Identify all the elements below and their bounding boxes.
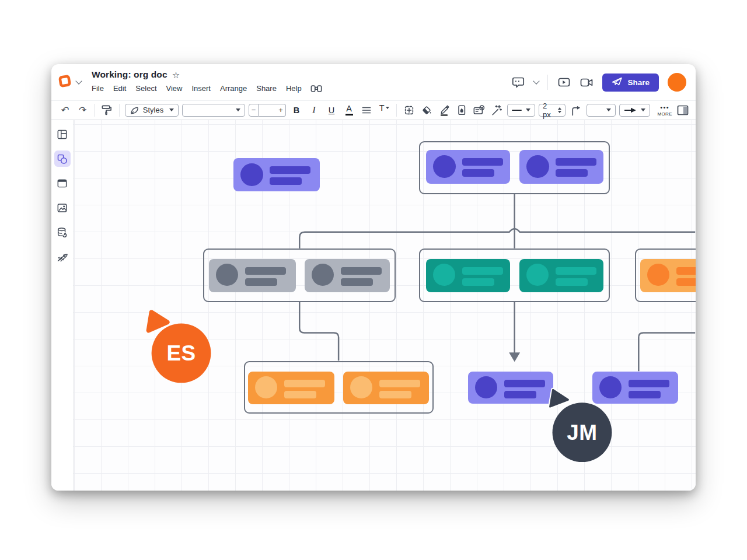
- sidebar-item-frames[interactable]: [54, 175, 71, 191]
- menu-edit[interactable]: Edit: [109, 83, 130, 93]
- solid-line-icon: [512, 110, 522, 111]
- toolbar-divider: [94, 104, 95, 117]
- avatar-placeholder: [647, 264, 669, 286]
- text-color-swatch: [345, 114, 353, 116]
- org-node[interactable]: [426, 150, 510, 184]
- text-align-button[interactable]: [359, 103, 374, 117]
- caret-down-icon: [641, 108, 645, 114]
- text-placeholder: [676, 278, 696, 286]
- org-node[interactable]: [209, 259, 296, 292]
- search-binoculars-icon[interactable]: [309, 81, 323, 95]
- avatar-placeholder: [255, 376, 277, 398]
- chevron-down-icon: [75, 78, 82, 84]
- canvas-grid[interactable]: ES JM: [74, 120, 696, 491]
- line-color-button[interactable]: [437, 103, 451, 117]
- paint-bucket-icon: [421, 104, 432, 116]
- org-node[interactable]: [640, 259, 696, 292]
- video-camera-icon[interactable]: [580, 75, 594, 89]
- font-size-value[interactable]: [259, 104, 276, 117]
- user-avatar[interactable]: [668, 73, 686, 92]
- underline-button[interactable]: U: [324, 103, 338, 117]
- toolbar-divider: [396, 104, 397, 117]
- left-sidebar: [51, 120, 74, 491]
- toolbar-divider: [119, 104, 120, 117]
- caret-down-icon: [606, 108, 611, 114]
- line-style-dropdown[interactable]: [507, 104, 535, 117]
- present-slideshow-icon[interactable]: [557, 75, 571, 89]
- org-node[interactable]: [343, 372, 429, 404]
- page-droplet-icon: [456, 104, 467, 116]
- org-node[interactable]: [519, 259, 603, 292]
- menu-view[interactable]: View: [162, 83, 187, 93]
- pencil-line-color-icon: [438, 104, 450, 116]
- header-actions: Share: [511, 73, 686, 92]
- text-color-button[interactable]: A: [342, 103, 356, 117]
- annotate-button[interactable]: [472, 103, 486, 117]
- app-body: ES JM: [51, 120, 696, 491]
- format-painter-button[interactable]: [100, 103, 114, 117]
- avatar-placeholder: [350, 376, 372, 398]
- line-end-dropdown[interactable]: [619, 104, 650, 117]
- sidebar-item-layout[interactable]: [54, 126, 71, 142]
- avatar-placeholder: [433, 264, 455, 286]
- fill-color-button[interactable]: [420, 103, 434, 117]
- ellipsis-icon: [660, 103, 669, 111]
- text-placeholder: [245, 267, 286, 275]
- menu-share[interactable]: Share: [252, 83, 281, 93]
- org-node-bottom-right[interactable]: [592, 372, 678, 404]
- org-node[interactable]: [248, 372, 334, 404]
- share-button[interactable]: Share: [602, 74, 659, 92]
- avatar-placeholder: [240, 163, 263, 186]
- sidebar-item-data[interactable]: [54, 224, 71, 240]
- menu-help[interactable]: Help: [282, 83, 306, 93]
- font-size-increase-button[interactable]: +: [276, 104, 286, 117]
- shadow-button[interactable]: [455, 103, 469, 117]
- menu-insert[interactable]: Insert: [187, 83, 215, 93]
- menu-file[interactable]: File: [92, 83, 108, 93]
- font-dropdown[interactable]: [182, 104, 245, 117]
- more-tools-button[interactable]: MORE: [657, 103, 672, 117]
- document-title[interactable]: Working: org doc: [92, 69, 167, 80]
- line-width-stepper[interactable]: 2 px: [539, 104, 566, 117]
- shape-style-button[interactable]: [402, 103, 416, 117]
- text-placeholder: [379, 380, 420, 387]
- note-check-icon: [473, 104, 485, 116]
- cursor-avatar: [553, 402, 612, 462]
- connector-type-button[interactable]: [569, 103, 583, 117]
- text-placeholder: [556, 169, 588, 177]
- caret-down-icon: [169, 108, 174, 114]
- org-node[interactable]: [426, 259, 510, 292]
- redo-button[interactable]: [75, 103, 89, 117]
- sidebar-item-more-shapes[interactable]: [54, 249, 71, 265]
- image-icon: [56, 202, 68, 214]
- avatar-placeholder: [526, 264, 549, 286]
- menu-select[interactable]: Select: [131, 83, 160, 93]
- panel-right-icon: [677, 105, 689, 116]
- text-options-button[interactable]: T: [377, 103, 391, 117]
- menu-arrange[interactable]: Arrange: [216, 83, 251, 93]
- sidebar-item-shapes[interactable]: [54, 150, 71, 167]
- cursor-avatar: [152, 323, 211, 383]
- comments-icon[interactable]: [511, 75, 525, 89]
- line-start-dropdown[interactable]: [587, 104, 616, 117]
- star-favorite-icon[interactable]: [172, 71, 180, 79]
- org-node[interactable]: [305, 259, 390, 292]
- sidebar-item-images[interactable]: [54, 200, 71, 216]
- text-placeholder: [284, 391, 316, 398]
- font-size-decrease-button[interactable]: −: [249, 104, 259, 117]
- org-node[interactable]: [519, 150, 603, 184]
- text-placeholder: [504, 391, 536, 398]
- app-logo-menu[interactable]: [56, 74, 81, 91]
- font-size-stepper: − +: [249, 104, 286, 117]
- org-node-upper-left[interactable]: [233, 158, 320, 191]
- italic-button[interactable]: I: [307, 103, 321, 117]
- stepper-arrows-icon[interactable]: [558, 106, 561, 115]
- right-panel-toggle-button[interactable]: [676, 103, 690, 117]
- bold-button[interactable]: B: [289, 103, 303, 117]
- org-node-bottom-center[interactable]: [468, 372, 553, 404]
- magic-wand-button[interactable]: [490, 103, 504, 117]
- styles-dropdown[interactable]: Styles: [125, 104, 179, 117]
- undo-button[interactable]: [57, 103, 71, 117]
- line-width-value: 2 px: [543, 102, 554, 119]
- chevron-down-icon[interactable]: [533, 78, 540, 84]
